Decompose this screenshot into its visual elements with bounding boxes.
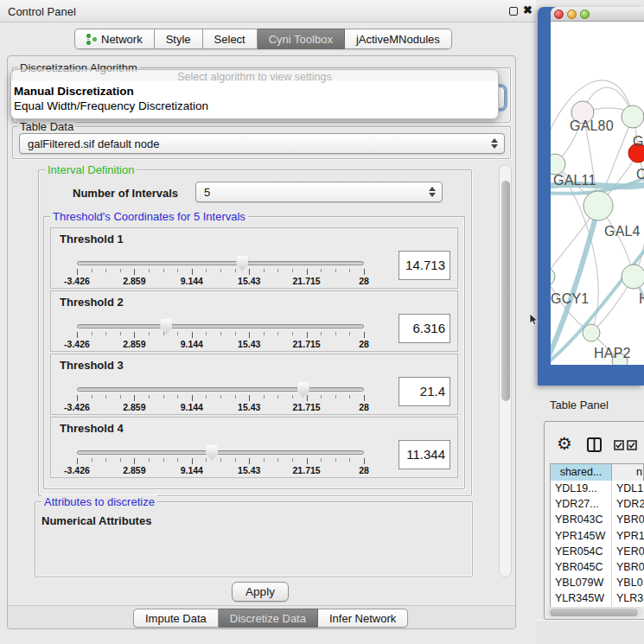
close-traffic-light-icon[interactable] bbox=[554, 10, 564, 19]
control-panel-titlebar: Control Panel ✖ bbox=[0, 0, 536, 22]
cell-shared-name[interactable]: YBR043C bbox=[551, 512, 612, 527]
node-label: GA bbox=[633, 134, 644, 150]
cell-name[interactable]: YDR2 bbox=[612, 496, 644, 512]
network-canvas[interactable]: GAL80GACGAL11GAL4GCY1HHAP2 bbox=[551, 22, 644, 365]
cell-shared-name[interactable]: YLR345W bbox=[551, 590, 612, 606]
threshold-value-field[interactable]: 6.316 bbox=[399, 314, 450, 343]
threshold-slider[interactable] bbox=[77, 387, 364, 392]
tab-2[interactable]: Select bbox=[203, 29, 258, 49]
network-icon bbox=[86, 34, 97, 45]
scale-tick-label: 28 bbox=[359, 276, 369, 286]
cell-name[interactable]: YER0 bbox=[612, 544, 644, 559]
threshold-value-field[interactable]: 21.4 bbox=[399, 377, 450, 406]
threshold-slider[interactable] bbox=[77, 324, 364, 328]
cell-shared-name[interactable]: YPR145W bbox=[551, 528, 612, 544]
cell-shared-name[interactable]: YBR045C bbox=[551, 559, 612, 575]
scale-tick-label: 21.715 bbox=[293, 339, 321, 349]
table-row[interactable]: YBR045CYBR0 bbox=[551, 559, 644, 575]
cell-name[interactable]: YBL0 bbox=[612, 575, 644, 590]
cell-name[interactable]: YLR3 bbox=[612, 590, 644, 606]
table-body[interactable]: YDL19...YDL1YDR27...YDR2YBR043CYBR0YPR14… bbox=[550, 481, 644, 607]
table-row[interactable]: YBR043CYBR0 bbox=[551, 512, 644, 527]
cell-shared-name[interactable]: YDL19... bbox=[551, 481, 612, 496]
threshold-label: Threshold 2 bbox=[60, 296, 124, 309]
table-horizontal-scrollbar[interactable] bbox=[546, 607, 643, 618]
table-row[interactable]: YPR145WYPR1 bbox=[551, 528, 644, 544]
scale-tick-label: 15.43 bbox=[238, 465, 260, 475]
node-label: H bbox=[639, 291, 644, 307]
attributes-group: SelfLoopsTopologicalCoefficientBetweenne… bbox=[35, 501, 473, 577]
cell-shared-name[interactable]: YDR27... bbox=[551, 496, 612, 512]
checkbox-icon[interactable] bbox=[627, 440, 637, 450]
cell-shared-name[interactable]: YER054C bbox=[551, 544, 612, 559]
scale-tick-label: 2.859 bbox=[123, 339, 145, 349]
minimize-traffic-light-icon[interactable] bbox=[567, 10, 577, 19]
node-label: GAL4 bbox=[604, 224, 641, 239]
threshold-value-field[interactable]: 14.713 bbox=[399, 251, 450, 280]
tab-3[interactable]: Cyni Toolbox bbox=[258, 29, 345, 49]
mode-tab-2[interactable]: Infer Network bbox=[318, 609, 408, 628]
panel-scrollbar[interactable] bbox=[499, 164, 512, 577]
algorithm-dropdown-popup: Select algorithm to view settings Manual… bbox=[10, 69, 499, 119]
cell-name[interactable]: YBR0 bbox=[612, 512, 644, 527]
slider-scale-labels: -3.4262.8599.14415.4321.71528 bbox=[77, 402, 364, 412]
numerical-attributes-label: Numerical Attributes bbox=[41, 514, 151, 527]
checkbox-icon[interactable] bbox=[614, 440, 624, 450]
threshold-slider[interactable] bbox=[77, 450, 364, 455]
float-window-icon[interactable] bbox=[509, 7, 518, 16]
popup-item-manual-discretization[interactable]: Manual Discretization bbox=[14, 85, 134, 98]
table-header-row: shared... n bbox=[550, 463, 644, 481]
scale-tick-label: 28 bbox=[359, 465, 369, 475]
zoom-traffic-light-icon[interactable] bbox=[580, 10, 590, 19]
combobox-stepper-icon bbox=[491, 138, 498, 149]
scale-tick-label: 2.859 bbox=[123, 465, 145, 475]
tab-label: Infer Network bbox=[329, 612, 396, 625]
column-header-name[interactable]: n bbox=[612, 464, 643, 481]
threshold-row: Threshold 3-3.4262.8599.14415.4321.71528… bbox=[50, 354, 458, 415]
network-window: GAL80GACGAL11GAL4GCY1HHAP2 bbox=[538, 7, 644, 386]
apply-button[interactable]: Apply bbox=[232, 582, 289, 602]
tab-1[interactable]: Style bbox=[155, 29, 203, 49]
tab-0[interactable]: Network bbox=[74, 29, 155, 49]
scale-tick-label: -3.426 bbox=[64, 339, 90, 349]
node-label: C bbox=[636, 167, 644, 182]
scale-tick-label: 21.715 bbox=[293, 465, 321, 475]
gear-icon[interactable]: ⚙ bbox=[557, 433, 572, 454]
table-data-title: Table Data bbox=[17, 120, 76, 133]
node-label: HAP2 bbox=[594, 346, 631, 361]
interval-definition-title: Interval Definition bbox=[45, 163, 137, 176]
mode-tab-1[interactable]: Discretize Data bbox=[219, 609, 318, 628]
node-label: GAL80 bbox=[570, 118, 614, 134]
column-header-shared-name[interactable]: shared... bbox=[551, 464, 612, 481]
number-of-intervals-value: 5 bbox=[204, 186, 210, 199]
slider-ticks bbox=[77, 395, 364, 402]
threshold-row: Threshold 4-3.4262.8599.14415.4321.71528… bbox=[50, 417, 458, 478]
number-of-intervals-combobox[interactable]: 5 bbox=[195, 182, 443, 202]
cell-name[interactable]: YBR0 bbox=[612, 559, 644, 575]
table-row[interactable]: YLR345WYLR3 bbox=[551, 590, 644, 606]
threshold-value-field[interactable]: 11.344 bbox=[399, 440, 450, 469]
popup-item-equal-width-frequency[interactable]: Equal Width/Frequency Discretization bbox=[14, 99, 208, 112]
tab-4[interactable]: jActiveMNodules bbox=[345, 29, 452, 49]
scale-tick-label: 9.144 bbox=[181, 339, 203, 349]
cell-name[interactable]: YDL1 bbox=[612, 481, 644, 496]
slider-ticks bbox=[77, 458, 364, 465]
table-row[interactable]: YBL079WYBL0 bbox=[551, 575, 644, 590]
cell-name[interactable]: YPR1 bbox=[612, 528, 644, 544]
scale-tick-label: -3.426 bbox=[64, 402, 90, 412]
table-row[interactable]: YER054CYER0 bbox=[551, 544, 644, 559]
split-pane-icon[interactable] bbox=[587, 437, 602, 452]
close-icon[interactable]: ✖ bbox=[523, 3, 532, 16]
number-of-intervals-label: Number of Intervals bbox=[73, 187, 178, 200]
table-row[interactable]: YDL19...YDL1 bbox=[551, 481, 644, 496]
panel-scrollbar-thumb[interactable] bbox=[501, 181, 510, 401]
table-horizontal-scrollbar-thumb[interactable] bbox=[550, 609, 638, 616]
table-data-combobox[interactable]: galFiltered.sif default node bbox=[19, 133, 505, 154]
threshold-slider[interactable] bbox=[77, 261, 364, 265]
mode-tab-0[interactable]: Impute Data bbox=[133, 609, 219, 628]
control-panel-tabs: NetworkStyleSelectCyni ToolboxjActiveMNo… bbox=[74, 29, 452, 49]
attributes-group-title: Attributes to discretize bbox=[41, 495, 157, 508]
table-row[interactable]: YDR27...YDR2 bbox=[551, 496, 644, 512]
cell-shared-name[interactable]: YBL079W bbox=[551, 575, 612, 590]
scale-tick-label: -3.426 bbox=[64, 276, 90, 286]
